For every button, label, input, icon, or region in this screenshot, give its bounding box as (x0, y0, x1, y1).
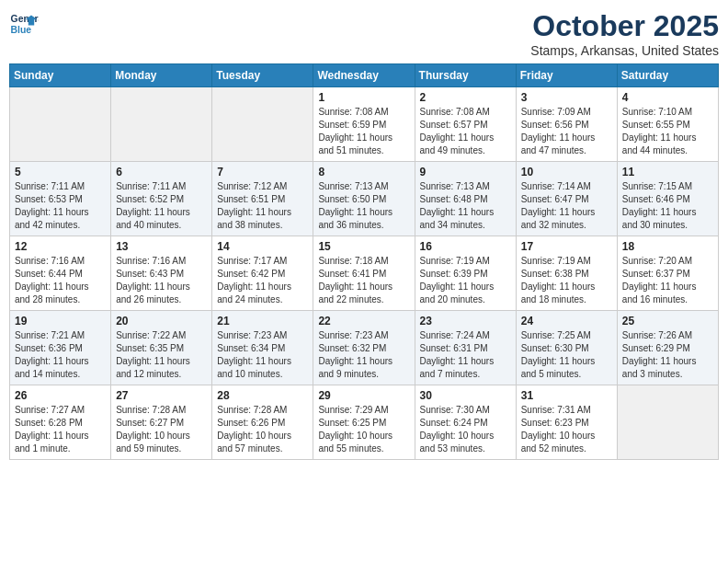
day-number: 30 (420, 389, 511, 402)
table-cell (617, 385, 718, 460)
day-info: Sunrise: 7:10 AM Sunset: 6:55 PM Dayligh… (622, 106, 713, 157)
day-info: Sunrise: 7:25 AM Sunset: 6:30 PM Dayligh… (521, 329, 612, 381)
day-number: 21 (217, 315, 308, 327)
table-cell: 7Sunrise: 7:12 AM Sunset: 6:51 PM Daylig… (212, 162, 313, 236)
day-number: 24 (521, 315, 612, 327)
day-number: 18 (622, 240, 713, 253)
header-monday: Monday (111, 64, 212, 87)
day-info: Sunrise: 7:21 AM Sunset: 6:36 PM Dayligh… (15, 329, 106, 381)
weekday-header-row: Sunday Monday Tuesday Wednesday Thursday… (10, 64, 719, 87)
table-cell: 19Sunrise: 7:21 AM Sunset: 6:36 PM Dayli… (10, 311, 111, 385)
table-cell: 12Sunrise: 7:16 AM Sunset: 6:44 PM Dayli… (10, 236, 111, 311)
table-cell: 26Sunrise: 7:27 AM Sunset: 6:28 PM Dayli… (10, 385, 111, 460)
day-info: Sunrise: 7:28 AM Sunset: 6:26 PM Dayligh… (217, 404, 308, 455)
table-cell: 15Sunrise: 7:18 AM Sunset: 6:41 PM Dayli… (313, 236, 415, 311)
table-cell: 24Sunrise: 7:25 AM Sunset: 6:30 PM Dayli… (516, 311, 617, 385)
table-cell: 9Sunrise: 7:13 AM Sunset: 6:48 PM Daylig… (415, 162, 516, 236)
day-number: 15 (318, 240, 409, 253)
table-cell: 18Sunrise: 7:20 AM Sunset: 6:37 PM Dayli… (617, 236, 718, 311)
month-title: October 2025 (530, 9, 719, 43)
subtitle: Stamps, Arkansas, United States (530, 43, 719, 58)
day-number: 27 (116, 389, 207, 402)
table-cell: 22Sunrise: 7:23 AM Sunset: 6:32 PM Dayli… (313, 311, 415, 385)
day-number: 23 (420, 315, 511, 327)
day-number: 10 (521, 166, 612, 178)
table-cell: 25Sunrise: 7:26 AM Sunset: 6:29 PM Dayli… (617, 311, 718, 385)
day-number: 29 (318, 389, 409, 402)
day-number: 28 (217, 389, 308, 402)
day-info: Sunrise: 7:19 AM Sunset: 6:38 PM Dayligh… (521, 255, 612, 306)
logo: General Blue (9, 9, 39, 39)
day-number: 22 (318, 315, 409, 327)
header: General Blue October 2025 Stamps, Arkans… (9, 9, 719, 58)
day-number: 12 (15, 240, 106, 253)
day-number: 11 (622, 166, 713, 178)
week-row-1: 1Sunrise: 7:08 AM Sunset: 6:59 PM Daylig… (10, 87, 719, 162)
week-row-3: 12Sunrise: 7:16 AM Sunset: 6:44 PM Dayli… (10, 236, 719, 311)
day-number: 5 (15, 166, 106, 178)
day-number: 7 (217, 166, 308, 178)
week-row-2: 5Sunrise: 7:11 AM Sunset: 6:53 PM Daylig… (10, 162, 719, 236)
day-info: Sunrise: 7:09 AM Sunset: 6:56 PM Dayligh… (521, 106, 612, 157)
header-tuesday: Tuesday (212, 64, 313, 87)
day-info: Sunrise: 7:08 AM Sunset: 6:57 PM Dayligh… (420, 106, 511, 157)
day-info: Sunrise: 7:17 AM Sunset: 6:42 PM Dayligh… (217, 255, 308, 306)
day-info: Sunrise: 7:19 AM Sunset: 6:39 PM Dayligh… (420, 255, 511, 306)
day-info: Sunrise: 7:13 AM Sunset: 6:50 PM Dayligh… (318, 180, 409, 232)
day-info: Sunrise: 7:16 AM Sunset: 6:44 PM Dayligh… (15, 255, 106, 306)
day-info: Sunrise: 7:11 AM Sunset: 6:52 PM Dayligh… (116, 180, 207, 232)
day-info: Sunrise: 7:23 AM Sunset: 6:32 PM Dayligh… (318, 329, 409, 381)
header-thursday: Thursday (415, 64, 516, 87)
day-number: 26 (15, 389, 106, 402)
table-cell: 30Sunrise: 7:30 AM Sunset: 6:24 PM Dayli… (415, 385, 516, 460)
header-friday: Friday (516, 64, 617, 87)
day-info: Sunrise: 7:31 AM Sunset: 6:23 PM Dayligh… (521, 404, 612, 455)
day-number: 16 (420, 240, 511, 253)
calendar: Sunday Monday Tuesday Wednesday Thursday… (9, 63, 719, 460)
day-info: Sunrise: 7:22 AM Sunset: 6:35 PM Dayligh… (116, 329, 207, 381)
day-number: 3 (521, 91, 612, 104)
header-sunday: Sunday (10, 64, 111, 87)
day-number: 20 (116, 315, 207, 327)
table-cell: 10Sunrise: 7:14 AM Sunset: 6:47 PM Dayli… (516, 162, 617, 236)
table-cell: 4Sunrise: 7:10 AM Sunset: 6:55 PM Daylig… (617, 87, 718, 162)
title-block: October 2025 Stamps, Arkansas, United St… (530, 9, 719, 58)
day-number: 31 (521, 389, 612, 402)
day-info: Sunrise: 7:29 AM Sunset: 6:25 PM Dayligh… (318, 404, 409, 455)
table-cell: 1Sunrise: 7:08 AM Sunset: 6:59 PM Daylig… (313, 87, 415, 162)
table-cell: 28Sunrise: 7:28 AM Sunset: 6:26 PM Dayli… (212, 385, 313, 460)
day-info: Sunrise: 7:13 AM Sunset: 6:48 PM Dayligh… (420, 180, 511, 232)
table-cell: 20Sunrise: 7:22 AM Sunset: 6:35 PM Dayli… (111, 311, 212, 385)
day-info: Sunrise: 7:16 AM Sunset: 6:43 PM Dayligh… (116, 255, 207, 306)
table-cell: 17Sunrise: 7:19 AM Sunset: 6:38 PM Dayli… (516, 236, 617, 311)
table-cell (212, 87, 313, 162)
day-info: Sunrise: 7:08 AM Sunset: 6:59 PM Dayligh… (318, 106, 409, 157)
day-info: Sunrise: 7:24 AM Sunset: 6:31 PM Dayligh… (420, 329, 511, 381)
table-cell: 2Sunrise: 7:08 AM Sunset: 6:57 PM Daylig… (415, 87, 516, 162)
table-cell: 11Sunrise: 7:15 AM Sunset: 6:46 PM Dayli… (617, 162, 718, 236)
day-number: 19 (15, 315, 106, 327)
day-number: 9 (420, 166, 511, 178)
day-number: 2 (420, 91, 511, 104)
day-number: 17 (521, 240, 612, 253)
table-cell: 27Sunrise: 7:28 AM Sunset: 6:27 PM Dayli… (111, 385, 212, 460)
header-wednesday: Wednesday (313, 64, 415, 87)
table-cell: 5Sunrise: 7:11 AM Sunset: 6:53 PM Daylig… (10, 162, 111, 236)
day-number: 4 (622, 91, 713, 104)
day-info: Sunrise: 7:27 AM Sunset: 6:28 PM Dayligh… (15, 404, 106, 455)
day-info: Sunrise: 7:14 AM Sunset: 6:47 PM Dayligh… (521, 180, 612, 232)
day-info: Sunrise: 7:30 AM Sunset: 6:24 PM Dayligh… (420, 404, 511, 455)
day-info: Sunrise: 7:15 AM Sunset: 6:46 PM Dayligh… (622, 180, 713, 232)
table-cell: 8Sunrise: 7:13 AM Sunset: 6:50 PM Daylig… (313, 162, 415, 236)
day-number: 6 (116, 166, 207, 178)
logo-icon: General Blue (9, 9, 39, 39)
day-number: 25 (622, 315, 713, 327)
day-info: Sunrise: 7:26 AM Sunset: 6:29 PM Dayligh… (622, 329, 713, 381)
week-row-5: 26Sunrise: 7:27 AM Sunset: 6:28 PM Dayli… (10, 385, 719, 460)
table-cell (111, 87, 212, 162)
table-cell: 14Sunrise: 7:17 AM Sunset: 6:42 PM Dayli… (212, 236, 313, 311)
day-info: Sunrise: 7:20 AM Sunset: 6:37 PM Dayligh… (622, 255, 713, 306)
day-info: Sunrise: 7:11 AM Sunset: 6:53 PM Dayligh… (15, 180, 106, 232)
table-cell: 23Sunrise: 7:24 AM Sunset: 6:31 PM Dayli… (415, 311, 516, 385)
header-saturday: Saturday (617, 64, 718, 87)
